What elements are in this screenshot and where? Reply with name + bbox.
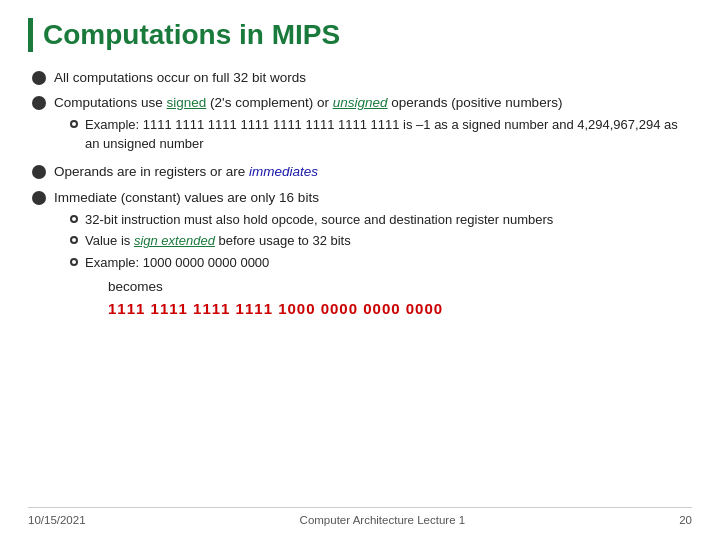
sub-marker-3 — [70, 236, 78, 244]
bullet-3: Operands are in registers or are immedia… — [32, 162, 692, 182]
slide-content: All computations occur on full 32 bit wo… — [28, 68, 692, 507]
sub-list-2: Example: 1111 1111 1111 1111 1111 1111 1… — [54, 116, 692, 154]
footer-page: 20 — [679, 514, 692, 526]
bullet-marker-1 — [32, 71, 46, 85]
b3-part1: Operands are in registers or are — [54, 164, 249, 179]
sub-item-1: Example: 1111 1111 1111 1111 1111 1111 1… — [54, 116, 692, 154]
bullet-text-3: Operands are in registers or are immedia… — [54, 162, 692, 182]
sub-marker-2 — [70, 215, 78, 223]
sub-text-3: Value is sign extended before usage to 3… — [85, 232, 692, 251]
s3-part2: before usage to 32 bits — [215, 233, 351, 248]
bullet-2: Computations use signed (2's complement)… — [32, 93, 692, 156]
becomes-value: 1111 1111 1111 1111 1000 0000 0000 0000 — [108, 298, 692, 320]
bullet-1: All computations occur on full 32 bit wo… — [32, 68, 692, 88]
sub-marker-4 — [70, 258, 78, 266]
b2-unsigned: unsigned — [333, 95, 388, 110]
slide-footer: 10/15/2021 Computer Architecture Lecture… — [28, 507, 692, 526]
b4-main: Immediate (constant) values are only 16 … — [54, 190, 319, 205]
sub-item-3: Value is sign extended before usage to 3… — [54, 232, 692, 251]
b2-part1: Computations use — [54, 95, 167, 110]
slide: Computations in MIPS All computations oc… — [0, 0, 720, 540]
s3-part1: Value is — [85, 233, 134, 248]
sub-marker-1 — [70, 120, 78, 128]
sub-text-1: Example: 1111 1111 1111 1111 1111 1111 1… — [85, 116, 692, 154]
bullet-marker-3 — [32, 165, 46, 179]
s3-sign-extended: sign extended — [134, 233, 215, 248]
becomes-label: becomes — [108, 277, 692, 297]
sub-item-4: Example: 1000 0000 0000 0000 — [54, 254, 692, 273]
b2-signed: signed — [167, 95, 207, 110]
b2-part3: operands (positive numbers) — [388, 95, 563, 110]
bullet-text-2: Computations use signed (2's complement)… — [54, 93, 692, 156]
b3-immediates: immediates — [249, 164, 318, 179]
footer-date: 10/15/2021 — [28, 514, 86, 526]
b2-part2: (2's complement) or — [206, 95, 332, 110]
sub-text-4: Example: 1000 0000 0000 0000 — [85, 254, 692, 273]
bullet-4: Immediate (constant) values are only 16 … — [32, 188, 692, 319]
becomes-block: becomes 1111 1111 1111 1111 1000 0000 00… — [108, 277, 692, 319]
bullet-marker-4 — [32, 191, 46, 205]
bullet-text-4: Immediate (constant) values are only 16 … — [54, 188, 692, 319]
sub-list-4: 32-bit instruction must also hold opcode… — [54, 211, 692, 274]
sub-text-2: 32-bit instruction must also hold opcode… — [85, 211, 692, 230]
bullet-marker-2 — [32, 96, 46, 110]
slide-title: Computations in MIPS — [28, 18, 692, 52]
bullet-text-1: All computations occur on full 32 bit wo… — [54, 68, 692, 88]
main-bullet-list: All computations occur on full 32 bit wo… — [32, 68, 692, 320]
sub-item-2: 32-bit instruction must also hold opcode… — [54, 211, 692, 230]
footer-title: Computer Architecture Lecture 1 — [86, 514, 680, 526]
